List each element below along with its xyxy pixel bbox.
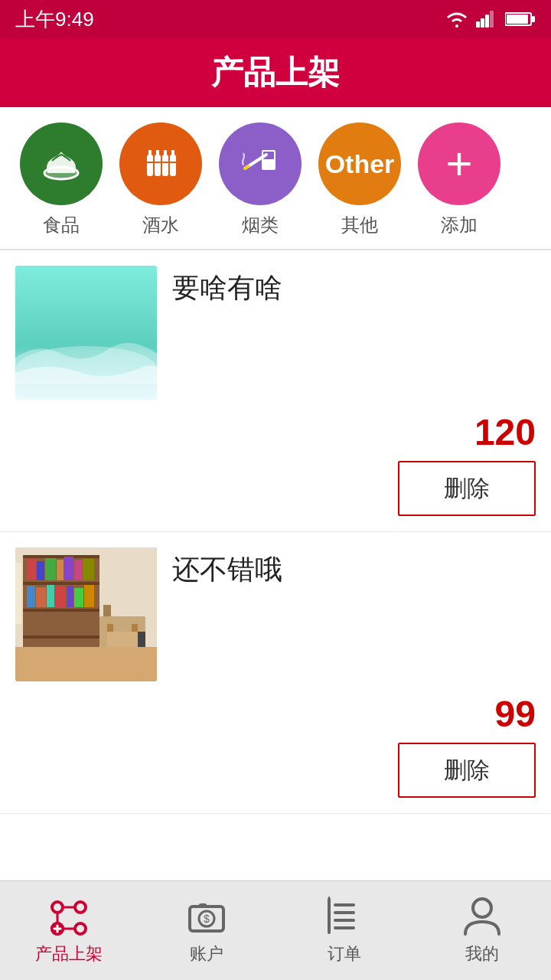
- svg-rect-40: [47, 585, 54, 607]
- nav-mine-icon: [459, 896, 505, 938]
- svg-rect-30: [23, 635, 99, 639]
- svg-rect-39: [36, 587, 46, 607]
- food-icon: [38, 141, 84, 187]
- category-circle-other: Other: [318, 122, 401, 205]
- nav-products-icon: [46, 896, 92, 938]
- nav-item-orders[interactable]: 订单: [276, 896, 413, 965]
- category-item-other[interactable]: Other 其他: [310, 122, 409, 237]
- svg-rect-49: [107, 632, 138, 647]
- svg-rect-13: [162, 155, 168, 176]
- tobacco-icon: [237, 141, 283, 187]
- nav-item-account[interactable]: $ 账户: [138, 896, 276, 965]
- svg-rect-2: [485, 15, 489, 28]
- product-image-svg-2: [15, 547, 157, 681]
- svg-rect-42: [67, 586, 73, 607]
- product-list: 要啥有啥 120 删除: [0, 250, 551, 880]
- product-image-svg-1: [15, 266, 157, 400]
- alcohol-icon: [138, 141, 184, 187]
- svg-rect-0: [476, 21, 480, 28]
- other-text: Other: [325, 149, 395, 179]
- svg-point-52: [52, 902, 63, 913]
- category-label-other: 其他: [341, 213, 378, 237]
- product-name-1: 要啥有啥: [172, 272, 282, 303]
- svg-point-55: [75, 923, 86, 934]
- svg-rect-28: [23, 582, 99, 585]
- category-label-add: 添加: [441, 213, 478, 237]
- product-name-2: 还不错哦: [172, 554, 282, 585]
- product-price-row-1: 120: [0, 400, 551, 461]
- category-label-alcohol: 酒水: [142, 213, 179, 237]
- category-item-tobacco[interactable]: 烟类: [210, 122, 310, 237]
- svg-rect-3: [490, 11, 494, 28]
- product-price-1: 120: [474, 411, 536, 453]
- svg-rect-43: [74, 588, 83, 607]
- svg-rect-14: [164, 150, 167, 156]
- category-circle-alcohol: [119, 122, 202, 205]
- svg-rect-24: [15, 647, 157, 681]
- nav-item-products[interactable]: 产品上架: [0, 896, 138, 965]
- svg-rect-44: [84, 585, 94, 607]
- product-image-1: [15, 266, 157, 400]
- svg-rect-1: [481, 18, 484, 28]
- product-action-row-2: 删除: [0, 743, 551, 813]
- svg-rect-32: [37, 561, 44, 580]
- product-price-2: 99: [495, 693, 536, 735]
- svg-point-72: [473, 899, 491, 917]
- battery-icon: [505, 11, 536, 28]
- svg-rect-29: [23, 609, 99, 612]
- svg-rect-5: [507, 15, 528, 24]
- status-bar: 上午9:49: [0, 0, 551, 38]
- svg-rect-50: [107, 624, 113, 632]
- delete-button-2[interactable]: 删除: [398, 743, 536, 798]
- product-info-2: 还不错哦: [172, 547, 536, 589]
- delete-button-1[interactable]: 删除: [398, 461, 536, 516]
- nav-label-account: 账户: [190, 942, 223, 965]
- svg-point-8: [44, 167, 78, 179]
- svg-rect-9: [147, 155, 153, 176]
- svg-rect-12: [156, 150, 159, 156]
- nav-item-mine[interactable]: 我的: [413, 896, 551, 965]
- svg-text:$: $: [204, 913, 210, 925]
- category-circle-food: [20, 122, 103, 205]
- svg-rect-11: [155, 155, 161, 176]
- product-item-1: 要啥有啥 120 删除: [0, 250, 551, 532]
- category-circle-add: +: [418, 122, 500, 205]
- category-label-food: 食品: [43, 213, 80, 237]
- svg-rect-22: [15, 266, 157, 400]
- bottom-nav: 产品上架 $ 账户 订单 我的: [0, 880, 551, 980]
- product-price-row-2: 99: [0, 681, 551, 743]
- nav-orders-icon: [321, 896, 367, 938]
- product-info-1: 要啥有啥: [172, 266, 536, 307]
- nav-label-orders: 订单: [328, 942, 361, 965]
- nav-label-products: 产品上架: [35, 942, 103, 965]
- svg-point-53: [75, 902, 86, 913]
- category-circle-tobacco: [219, 122, 302, 205]
- category-item-add[interactable]: + 添加: [409, 122, 509, 237]
- product-item-2: 还不错哦 99 删除: [0, 532, 551, 814]
- svg-rect-51: [132, 624, 138, 632]
- category-item-alcohol[interactable]: 酒水: [111, 122, 210, 237]
- svg-rect-41: [55, 586, 66, 607]
- svg-line-21: [245, 166, 248, 168]
- product-action-row-1: 删除: [0, 461, 551, 531]
- svg-rect-36: [74, 560, 82, 580]
- wifi-icon: [445, 11, 468, 28]
- product-top-2: 还不错哦: [0, 532, 551, 681]
- product-top-1: 要啥有啥: [0, 250, 551, 400]
- svg-rect-31: [27, 559, 36, 580]
- svg-rect-10: [148, 150, 152, 156]
- svg-rect-27: [23, 555, 99, 558]
- add-icon: +: [445, 141, 472, 187]
- status-icons: [445, 11, 536, 28]
- svg-rect-16: [171, 150, 174, 156]
- svg-rect-47: [103, 605, 111, 616]
- svg-rect-35: [64, 557, 73, 580]
- page-header: 产品上架: [0, 38, 551, 107]
- svg-rect-38: [27, 586, 35, 607]
- category-item-food[interactable]: 食品: [11, 122, 111, 237]
- svg-rect-45: [15, 563, 21, 624]
- svg-rect-33: [45, 558, 56, 580]
- page-title: 产品上架: [211, 51, 340, 94]
- category-row: 食品 酒水: [0, 107, 551, 250]
- status-time: 上午9:49: [15, 6, 94, 33]
